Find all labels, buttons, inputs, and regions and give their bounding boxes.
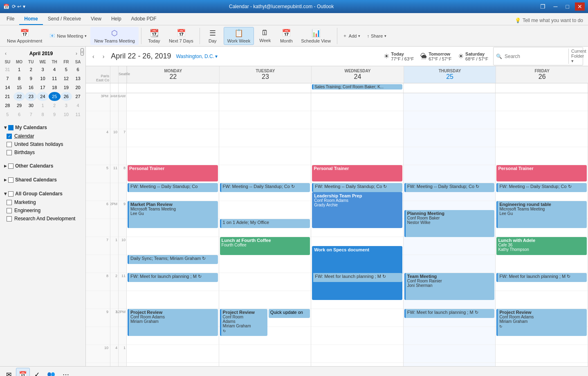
mini-cal-cell[interactable]: 23	[25, 92, 37, 101]
sidebar-item-engineering[interactable]: Engineering	[3, 206, 82, 215]
mini-cal-cell[interactable]: 7	[2, 74, 13, 83]
day-time-slot[interactable]	[496, 111, 588, 129]
tab-file[interactable]: File	[2, 13, 19, 25]
week-button[interactable]: 🗓 Week	[255, 27, 275, 45]
close-button[interactable]: ✕	[575, 2, 585, 11]
day-time-slot[interactable]	[311, 129, 403, 147]
day-time-slot[interactable]	[219, 273, 311, 291]
maximize-button[interactable]: □	[563, 2, 572, 11]
day-time-slot[interactable]	[404, 237, 496, 255]
lunch-adele-friday[interactable]: Lunch with Adele Cafe 36 Kathy Thompson	[496, 237, 587, 255]
mini-cal-cell[interactable]: 9	[25, 74, 37, 83]
cal-prev-button[interactable]: ‹	[91, 52, 96, 60]
tell-me-text[interactable]: Tell me what you want to do	[523, 18, 583, 23]
day-time-slot[interactable]	[404, 93, 496, 111]
day-view-button[interactable]: ☰ Day	[202, 27, 223, 45]
personal-trainer-monday[interactable]: Personal Trainer	[128, 165, 218, 181]
schedule-view-button[interactable]: 📊 Schedule View	[297, 27, 334, 45]
search-folder-dropdown[interactable]: Current Folder ▾	[568, 49, 586, 64]
all-group-checkbox[interactable]	[8, 191, 13, 197]
day-time-slot[interactable]	[404, 111, 496, 129]
add-button[interactable]: ＋ Add ▾	[340, 27, 364, 45]
mini-cal-cell[interactable]: 13	[72, 74, 84, 83]
nav-contacts-button[interactable]: 👥	[44, 368, 58, 376]
fw-launch-friday[interactable]: FW: Meet for launch planning ; M ↻	[496, 273, 587, 282]
sidebar-item-birthdays[interactable]: Birthdays	[3, 148, 82, 157]
mini-cal-cell[interactable]: 19	[61, 83, 72, 92]
cal-location[interactable]: Washington, D.C. ▾	[176, 54, 218, 59]
leadership-team-prep[interactable]: Leadership Team Prep Conf Room Adams Gra…	[312, 192, 402, 228]
day-time-slot[interactable]	[219, 201, 311, 219]
day-time-slot[interactable]	[496, 255, 588, 273]
search-input[interactable]	[505, 54, 566, 59]
mini-cal-cell[interactable]: 8	[13, 74, 25, 83]
new-appointment-button[interactable]: 📅 New Appointment	[3, 27, 46, 45]
mini-cal-cell[interactable]: 30	[25, 101, 37, 110]
market-plan-monday[interactable]: Market Plan Review Microsoft Teams Meeti…	[128, 201, 218, 228]
add-dropdown-icon[interactable]: ▾	[358, 34, 360, 38]
day-time-slot[interactable]	[496, 129, 588, 147]
nav-calendar-button[interactable]: 📅	[16, 368, 30, 376]
mini-cal-cell[interactable]: 9	[49, 110, 61, 119]
new-meeting-button[interactable]: 📧 New Meeting ▾	[47, 27, 90, 45]
mini-cal-cell[interactable]: 7	[25, 110, 37, 119]
fw-launch-thursday[interactable]: FW: Meet for launch planning ; M ↻	[404, 309, 495, 318]
day-time-slot[interactable]	[496, 147, 588, 165]
tell-me-search[interactable]: 💡 Tell me what you want to do	[512, 16, 586, 25]
day-time-slot[interactable]	[127, 147, 219, 165]
birthdays-checkbox[interactable]	[7, 150, 12, 155]
day-time-slot[interactable]	[127, 93, 219, 111]
restore-down-button[interactable]: ❐	[538, 2, 548, 11]
sidebar-item-calendar[interactable]: Calendar	[3, 132, 82, 140]
new-meeting-dropdown-icon[interactable]: ▾	[85, 34, 87, 38]
mini-cal-cell[interactable]: 4	[49, 65, 61, 74]
cal-next-button[interactable]: ›	[101, 52, 106, 60]
fw-standup-tuesday[interactable]: FW: Meeting -- Daily Standup; Co ↻	[220, 183, 310, 192]
tab-adobe[interactable]: Adobe PDF	[126, 13, 162, 25]
tab-help[interactable]: Help	[106, 13, 126, 25]
day-time-slot[interactable]	[219, 345, 311, 363]
day-time-slot[interactable]	[127, 291, 219, 309]
window-controls-left[interactable]: ⟳ ↩ ▾	[12, 4, 25, 9]
planning-meeting[interactable]: Planning Meeting Conf Room Baker Nestor …	[404, 210, 495, 237]
day-time-slot[interactable]	[496, 291, 588, 309]
tab-view[interactable]: View	[86, 13, 106, 25]
tab-send-receive[interactable]: Send / Receive	[43, 13, 86, 25]
work-week-button[interactable]: 📋 Work Week	[224, 27, 254, 45]
day-time-slot[interactable]	[219, 363, 311, 366]
day-time-slot[interactable]	[311, 111, 403, 129]
daily-sync-monday[interactable]: Daily Sync; Teams; Miriam Graham ↻	[128, 255, 218, 264]
mini-cal-cell[interactable]: 31	[2, 65, 13, 74]
day-time-slot[interactable]	[219, 291, 311, 309]
month-button[interactable]: 📅 Month	[276, 27, 296, 45]
mini-cal-prev-button[interactable]: ‹	[3, 50, 8, 57]
mini-cal-cell[interactable]: 22	[13, 92, 25, 101]
mini-cal-cell[interactable]: 2	[25, 65, 37, 74]
mini-cal-cell[interactable]: 15	[13, 83, 25, 92]
mini-cal-cell[interactable]: 24	[37, 92, 49, 101]
mini-cal-cell[interactable]: 3	[61, 101, 72, 110]
engineering-roundtable[interactable]: Engineering round table Microsoft Teams …	[496, 201, 587, 228]
fw-launch-monday[interactable]: FW: Meet for launch planning ; M ↻	[128, 273, 218, 282]
my-calendars-header[interactable]: ▾ My Calendars	[3, 123, 82, 132]
mini-cal-cell[interactable]: 5	[61, 65, 72, 74]
day-time-slot[interactable]	[496, 93, 588, 111]
nav-tasks-button[interactable]: ✓	[31, 368, 43, 376]
mini-cal-cell[interactable]: 11	[72, 110, 84, 119]
share-dropdown-icon[interactable]: ▾	[384, 34, 386, 38]
mini-cal-cell[interactable]: 27	[72, 92, 84, 101]
shared-calendars-checkbox[interactable]	[8, 177, 13, 183]
today-button[interactable]: 📆 Today	[144, 27, 164, 45]
quick-update-tuesday[interactable]: Quick update on	[269, 309, 310, 318]
mini-cal-cell[interactable]: 1	[13, 65, 25, 74]
us-holidays-checkbox[interactable]	[7, 142, 12, 147]
day-time-slot[interactable]	[219, 129, 311, 147]
search-box[interactable]: 🔍 Current Folder ▾	[493, 47, 583, 65]
mini-cal-cell[interactable]: 17	[37, 83, 49, 92]
fw-standup-wednesday[interactable]: FW: Meeting -- Daily Standup; Co ↻	[312, 183, 402, 192]
day-time-slot[interactable]	[404, 147, 496, 165]
new-teams-meeting-button[interactable]: ⬡ New Teams Meeting	[90, 27, 138, 45]
day-time-slot[interactable]	[127, 363, 219, 366]
day-time-slot[interactable]	[404, 129, 496, 147]
day-time-slot[interactable]	[311, 345, 403, 363]
